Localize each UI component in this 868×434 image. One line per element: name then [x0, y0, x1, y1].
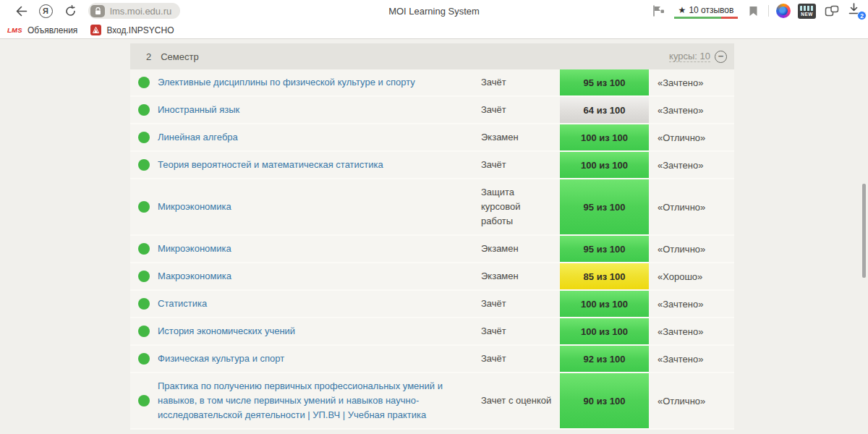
collections-icon: [825, 5, 839, 17]
score-text: 95 из 100: [584, 77, 626, 88]
extension-icon[interactable]: [776, 4, 791, 18]
table-row: Статистика Зачёт 100 из 100 «Зачтено»: [130, 291, 734, 318]
grade-text: «Зачтено»: [649, 291, 734, 317]
status-dot-icon: [138, 243, 150, 255]
course-link[interactable]: Линейная алгебра: [158, 130, 238, 145]
course-link[interactable]: Микроэкономика: [158, 242, 231, 256]
status-dot-icon: [138, 298, 150, 310]
site-reviews-button[interactable]: ★ 10 отзывов: [674, 3, 738, 19]
protect-button[interactable]: [650, 1, 667, 20]
browser-chrome: MOI Learning System Я lms.moi.edu.ru: [0, 0, 868, 39]
course-link[interactable]: Теория вероятностей и математическая ста…: [158, 158, 383, 172]
score-text: 92 из 100: [584, 354, 626, 365]
score-text: 100 из 100: [581, 132, 628, 143]
status-dot-icon: [138, 77, 150, 88]
exam-type: Зачёт: [481, 69, 555, 95]
bookmarks-bar: LMS Объявления Вход.INPSYCHO: [0, 22, 868, 38]
grade-text: «Хорошо»: [649, 263, 734, 289]
grade-text: «Зачтено»: [649, 69, 734, 95]
score-text: 90 из 100: [584, 396, 626, 407]
score-text: 95 из 100: [584, 244, 626, 255]
vertical-scrollbar[interactable]: [862, 184, 866, 278]
course-link[interactable]: Статистика: [158, 297, 207, 311]
score-badge: 100 из 100: [560, 124, 649, 150]
status-dot-icon: [138, 395, 150, 407]
table-row: Микроэкономика Защита курсовой работы 95…: [130, 179, 734, 236]
marquee-icon: [800, 6, 814, 11]
table-row: Теория вероятностей и математическая ста…: [130, 152, 734, 179]
score-text: 100 из 100: [581, 160, 628, 171]
back-button[interactable]: [9, 1, 33, 20]
semester-label: Семестр: [161, 51, 198, 62]
course-rows: Элективные дисциплины по физической куль…: [130, 69, 734, 430]
exam-type: Экзамен: [481, 124, 555, 150]
browser-toolbar: MOI Learning System Я lms.moi.edu.ru: [0, 0, 868, 22]
exam-type: Экзамен: [481, 263, 555, 289]
score-badge: 95 из 100: [560, 236, 649, 262]
table-row: Элективные дисциплины по физической куль…: [130, 69, 734, 97]
grade-text: «Отлично»: [649, 373, 734, 428]
grades-table: 2 Семестр курсы: 10 − Элективные дисципл…: [130, 43, 734, 434]
course-link[interactable]: Элективные дисциплины по физической куль…: [158, 75, 415, 90]
score-badge: 100 из 100: [560, 318, 649, 344]
semester-2-header: 2 Семестр курсы: 10 −: [130, 43, 734, 69]
semester-number: 2: [146, 51, 151, 62]
course-link[interactable]: История экономических учений: [158, 324, 295, 339]
course-link[interactable]: Практика по получению первичных професси…: [158, 379, 476, 422]
score-badge: 100 из 100: [560, 291, 649, 317]
table-row: Линейная алгебра Экзамен 100 из 100 «Отл…: [130, 124, 734, 152]
bookmark-item-announcements[interactable]: LMS Объявления: [7, 25, 77, 35]
table-row: Практика по получению первичных професси…: [130, 373, 734, 430]
yandex-icon: Я: [39, 4, 53, 18]
score-text: 100 из 100: [581, 326, 628, 337]
bookmark-icon: [749, 6, 758, 17]
score-badge: 95 из 100: [560, 179, 649, 234]
star-icon: ★: [678, 5, 686, 15]
course-link[interactable]: Иностранный язык: [158, 103, 239, 117]
lock-icon[interactable]: [90, 5, 105, 17]
status-dot-icon: [138, 104, 150, 116]
score-badge: 100 из 100: [560, 152, 649, 178]
status-dot-icon: [138, 271, 150, 282]
grade-text: «Зачтено»: [649, 152, 734, 178]
bookmark-button[interactable]: [745, 1, 761, 20]
exam-type: Зачёт: [481, 291, 555, 317]
table-row: Макроэкономика Экзамен 85 из 100 «Хорошо…: [130, 263, 734, 291]
collections-button[interactable]: [823, 1, 841, 20]
status-dot-icon: [138, 159, 150, 171]
score-text: 85 из 100: [584, 271, 626, 282]
courses-count-link[interactable]: курсы: 10: [669, 51, 710, 62]
browser-window: MOI Learning System Я lms.moi.edu.ru: [0, 0, 868, 434]
table-row: История экономических учений Зачёт 100 и…: [130, 318, 734, 346]
score-text: 95 из 100: [584, 202, 626, 213]
new-extension-icon[interactable]: NEW: [798, 4, 816, 19]
table-row: Иностранный язык Зачёт 64 из 100 «Зачтен…: [130, 97, 734, 124]
yandex-button[interactable]: Я: [33, 1, 58, 20]
address-bar[interactable]: lms.moi.edu.ru: [88, 3, 180, 19]
bookmark-label: Объявления: [27, 25, 77, 35]
score-badge: 90 из 100: [560, 373, 649, 428]
back-arrow-icon: [15, 6, 27, 17]
downloads-count-badge: 2: [857, 11, 867, 20]
course-link[interactable]: Физическая культура и спорт: [158, 352, 284, 366]
toolbar-separator: [768, 5, 769, 17]
course-link[interactable]: Микроэкономика: [158, 200, 231, 214]
grade-text: «Зачтено»: [649, 346, 734, 372]
collapse-minus-icon[interactable]: −: [715, 51, 727, 63]
refresh-button[interactable]: [58, 1, 82, 20]
inpsycho-logo-icon: [90, 25, 101, 35]
bookmark-label: Вход.INPSYCHO: [106, 25, 174, 35]
downloads-button[interactable]: 2: [848, 2, 864, 20]
exam-type: Зачёт: [481, 152, 555, 178]
grade-text: «Отлично»: [649, 124, 734, 150]
exam-type: Зачет с оценкой: [481, 373, 555, 428]
new-badge: NEW: [801, 11, 812, 17]
score-text: 100 из 100: [581, 299, 628, 310]
reviews-rating-bar: [674, 17, 738, 19]
lms-page: 2 Семестр курсы: 10 − Элективные дисципл…: [0, 39, 868, 434]
bookmark-item-inpsycho[interactable]: Вход.INPSYCHO: [90, 25, 174, 35]
lms-logo-icon: LMS: [7, 26, 22, 34]
table-row: Физическая культура и спорт Зачёт 92 из …: [130, 346, 734, 373]
refresh-icon: [64, 5, 77, 17]
course-link[interactable]: Макроэкономика: [158, 269, 231, 284]
